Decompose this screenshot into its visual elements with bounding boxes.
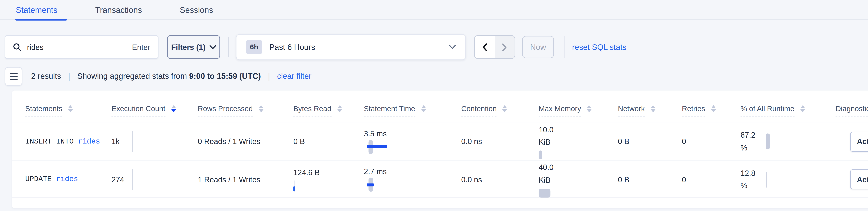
table-row: INSERT INTO rides 1k 0 Reads / 1 Writes … xyxy=(12,122,868,161)
rows-processed-cell: 1 Reads / 1 Writes xyxy=(198,161,293,197)
chevron-down-icon xyxy=(449,45,456,49)
showing-range: 9:00 to 15:59 (UTC) xyxy=(189,72,261,81)
search-value: rides xyxy=(27,43,132,52)
results-count: 2 results xyxy=(31,72,61,81)
max-memory-bar xyxy=(539,189,551,197)
execution-count-cell: 1k xyxy=(112,122,198,161)
column-header-max-memory[interactable]: Max Memory xyxy=(539,105,618,122)
tab-statements-label: Statements xyxy=(16,5,57,15)
previous-interval-button[interactable] xyxy=(475,36,494,58)
divider: | xyxy=(68,72,70,81)
column-header-bytes-read[interactable]: Bytes Read xyxy=(293,105,364,122)
toolbar-divider xyxy=(228,37,229,57)
filters-button[interactable]: Filters (1) xyxy=(167,35,220,59)
tab-bar-divider xyxy=(0,20,868,20)
statements-page: Statements Transactions Sessions rides E… xyxy=(0,0,868,211)
search-icon xyxy=(13,43,22,52)
network-cell: 0 B xyxy=(618,161,682,197)
reset-sql-stats-link[interactable]: reset SQL stats xyxy=(572,43,626,52)
sort-icon[interactable] xyxy=(800,105,805,112)
max-memory-cell: 10.0 KiB xyxy=(539,122,618,161)
tab-statements[interactable]: Statements xyxy=(16,5,57,21)
table-row: UPDATE rides 274 1 Reads / 1 Writes 124.… xyxy=(12,161,868,198)
pct-of-all-runtime-cell: 87.2 % xyxy=(741,122,836,161)
sort-icon[interactable] xyxy=(171,105,176,112)
pct-of-all-runtime-cell: 12.8 % xyxy=(741,161,836,197)
statement-fingerprint-link[interactable]: INSERT INTO rides xyxy=(25,137,100,146)
contention-cell: 0.0 ns xyxy=(461,161,539,197)
contention-cell: 0.0 ns xyxy=(461,122,539,161)
bytes-read-bar xyxy=(293,180,320,192)
sort-icon[interactable] xyxy=(651,105,655,112)
bytes-read-cell: 0 B xyxy=(293,122,364,161)
column-header-pct-of-all-runtime[interactable]: % of All Runtime xyxy=(741,105,836,122)
chevron-right-icon xyxy=(502,43,508,52)
sort-icon[interactable] xyxy=(259,105,264,112)
sort-icon[interactable] xyxy=(711,105,716,112)
statement-time-cell: 2.7 ms xyxy=(364,161,461,197)
execution-count-cell: 274 xyxy=(112,161,198,197)
showing-prefix: Showing aggregated stats from xyxy=(77,72,187,81)
statement-table-name[interactable]: rides xyxy=(78,137,100,146)
now-button[interactable]: Now xyxy=(522,36,554,58)
tab-transactions[interactable]: Transactions xyxy=(95,5,142,21)
statement-time-cell: 3.5 ms xyxy=(364,122,461,161)
tab-bar: Statements Transactions Sessions xyxy=(0,0,868,20)
column-header-network[interactable]: Network xyxy=(618,105,682,122)
statement-fingerprint-link[interactable]: UPDATE rides xyxy=(25,175,78,183)
showing-stats-text: Showing aggregated stats from 9:00 to 15… xyxy=(77,72,261,81)
column-selector-icon[interactable] xyxy=(5,67,22,86)
tab-sessions[interactable]: Sessions xyxy=(180,5,213,21)
column-header-statements[interactable]: Statements xyxy=(25,105,112,122)
toolbar-divider xyxy=(564,36,565,58)
sort-icon[interactable] xyxy=(337,105,342,112)
column-header-statement-time[interactable]: Statement Time xyxy=(364,105,461,122)
time-range-dropdown[interactable]: 6h Past 6 Hours xyxy=(236,34,466,60)
column-header-execution-count[interactable]: Execution Count xyxy=(112,105,198,122)
retries-cell: 0 xyxy=(682,161,741,197)
execution-count-bar xyxy=(132,131,133,152)
statement-table-name[interactable]: rides xyxy=(56,175,78,183)
chevron-left-icon xyxy=(482,43,488,52)
execution-count-bar xyxy=(132,169,133,190)
chevron-down-icon xyxy=(210,45,216,49)
statement-time-bar xyxy=(364,178,399,192)
activate-diagnostics-button[interactable]: Activate xyxy=(850,169,868,189)
sort-icon[interactable] xyxy=(503,105,507,112)
table-header-row: Statements Execution Count Rows Processe… xyxy=(12,90,868,123)
sort-icon[interactable] xyxy=(587,105,592,112)
search-enter-hint: Enter xyxy=(132,43,158,52)
bytes-read-cell: 124.6 B xyxy=(293,161,364,197)
statement-time-bar xyxy=(364,140,399,154)
column-header-diagnostics[interactable]: Diagnostics xyxy=(836,105,868,122)
time-range-label: Past 6 Hours xyxy=(269,43,449,52)
filters-button-label: Filters (1) xyxy=(171,43,206,52)
divider: | xyxy=(268,72,270,81)
results-bar: 2 results | Showing aggregated stats fro… xyxy=(5,67,868,85)
tab-sessions-label: Sessions xyxy=(180,5,213,15)
statements-table: Statements Execution Count Rows Processe… xyxy=(12,90,868,208)
next-interval-button[interactable] xyxy=(494,36,515,58)
column-header-rows-processed[interactable]: Rows Processed xyxy=(198,105,293,122)
toolbar: rides Enter Filters (1) 6h Past 6 Hours … xyxy=(5,35,868,59)
time-nav-arrows xyxy=(474,35,515,59)
max-memory-cell: 40.0 KiB xyxy=(539,161,618,197)
retries-cell: 0 xyxy=(682,122,741,161)
time-range-badge: 6h xyxy=(246,40,262,54)
clear-filter-link[interactable]: clear filter xyxy=(277,72,311,81)
max-memory-bar xyxy=(539,151,542,160)
column-header-retries[interactable]: Retries xyxy=(682,105,741,122)
sort-icon[interactable] xyxy=(68,105,73,112)
sort-icon[interactable] xyxy=(421,105,426,112)
column-header-contention[interactable]: Contention xyxy=(461,105,539,122)
runtime-pct-bar xyxy=(766,172,767,187)
network-cell: 0 B xyxy=(618,122,682,161)
search-input[interactable]: rides Enter xyxy=(5,35,158,59)
tab-transactions-label: Transactions xyxy=(95,5,142,15)
active-tab-underline xyxy=(15,19,67,21)
activate-diagnostics-button[interactable]: Activate xyxy=(850,131,868,151)
runtime-pct-bar xyxy=(766,133,770,149)
rows-processed-cell: 0 Reads / 1 Writes xyxy=(198,122,293,161)
